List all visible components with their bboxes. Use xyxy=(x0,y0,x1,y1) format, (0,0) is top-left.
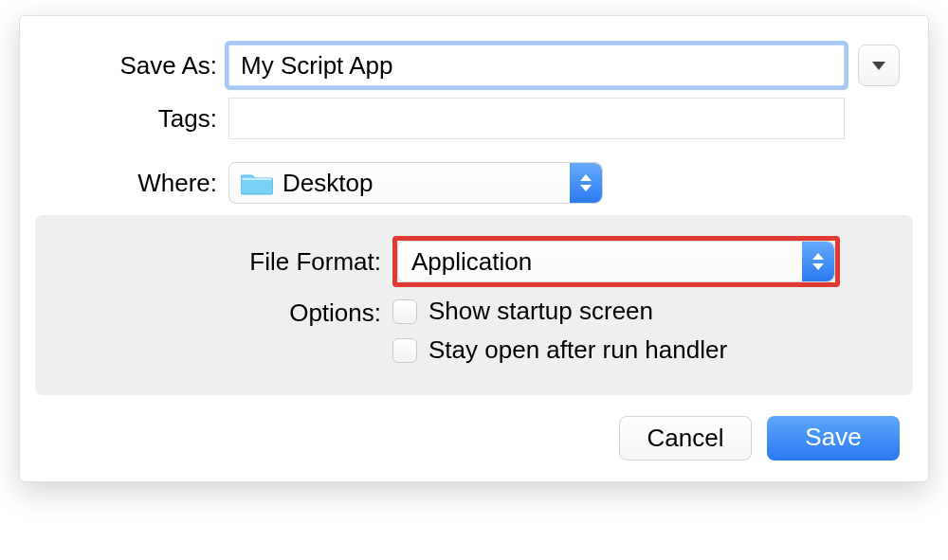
file-format-highlight: Application xyxy=(392,236,840,287)
svg-rect-0 xyxy=(243,178,272,180)
where-label: Where: xyxy=(48,169,228,198)
file-format-popup[interactable]: Application xyxy=(397,241,835,282)
where-row: Where: Desktop xyxy=(48,162,900,204)
save-dialog: Save As: My Script App Tags: Where: Desk… xyxy=(19,15,929,482)
save-as-label: Save As: xyxy=(48,51,228,81)
dialog-footer: Cancel Save xyxy=(48,416,900,461)
file-format-label: File Format: xyxy=(73,247,392,277)
save-as-row: Save As: My Script App xyxy=(48,45,900,86)
cancel-button[interactable]: Cancel xyxy=(619,416,752,461)
save-as-input[interactable]: My Script App xyxy=(228,45,845,86)
save-button[interactable]: Save xyxy=(767,416,900,461)
options-label: Options: xyxy=(73,297,392,328)
stepper-arrows-icon xyxy=(802,242,834,281)
chevron-down-icon xyxy=(872,62,885,70)
stay-open-checkbox[interactable] xyxy=(392,338,417,363)
stepper-arrows-icon xyxy=(570,163,602,203)
show-startup-checkbox[interactable] xyxy=(392,299,417,324)
where-value: Desktop xyxy=(283,169,602,198)
show-startup-label: Show startup screen xyxy=(428,297,653,326)
tags-label: Tags: xyxy=(48,104,228,134)
tags-row: Tags: xyxy=(48,98,900,139)
options-row: Options: Show startup screen Stay open a… xyxy=(73,297,875,365)
where-popup[interactable]: Desktop xyxy=(228,162,603,204)
options-block: File Format: Application Options: Show s… xyxy=(35,215,913,395)
checkbox-row-show-startup: Show startup screen xyxy=(392,297,727,326)
folder-icon xyxy=(241,171,273,195)
tags-input[interactable] xyxy=(228,98,845,139)
file-format-value: Application xyxy=(398,247,834,277)
file-format-row: File Format: Application xyxy=(73,236,875,287)
options-checkboxes: Show startup screen Stay open after run … xyxy=(392,297,727,365)
expand-button[interactable] xyxy=(858,45,900,86)
stay-open-label: Stay open after run handler xyxy=(428,335,727,365)
checkbox-row-stay-open: Stay open after run handler xyxy=(392,335,727,365)
